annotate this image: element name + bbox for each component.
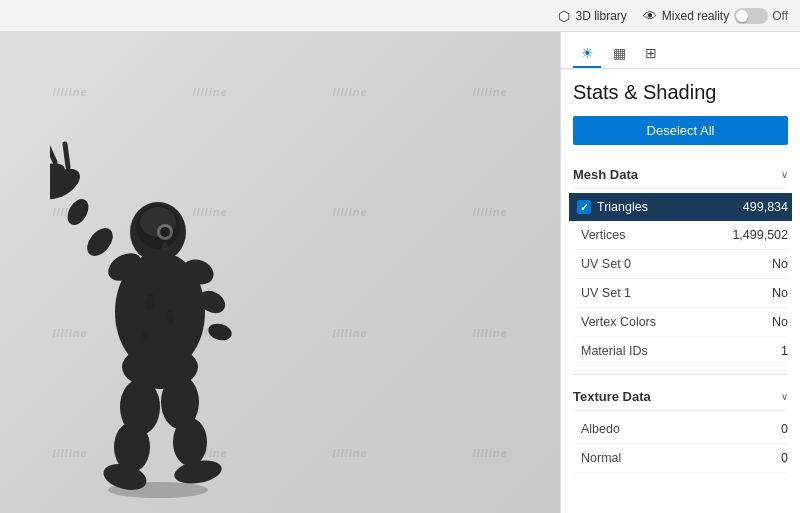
table-row: Triangles 499,834: [569, 193, 792, 221]
toggle-track[interactable]: [734, 8, 768, 24]
texture-data-header[interactable]: Texture Data ∨: [573, 383, 788, 411]
svg-point-28: [108, 482, 208, 498]
texture-data-label: Texture Data: [573, 389, 651, 404]
mesh-data-header[interactable]: Mesh Data ∨: [573, 161, 788, 189]
triangles-checkbox[interactable]: [577, 200, 591, 214]
texture-data-chevron: ∨: [781, 391, 788, 402]
mixed-reality-icon: 👁: [643, 8, 657, 24]
table-row: UV Set 0 No: [573, 250, 788, 279]
material-ids-label: Material IDs: [581, 344, 648, 358]
watermark-4: lllline: [420, 32, 560, 152]
material-ids-value: 1: [781, 344, 788, 358]
tab-grid-small[interactable]: ▦: [605, 40, 633, 68]
svg-point-5: [160, 227, 170, 237]
svg-point-7: [82, 223, 118, 260]
viewport[interactable]: lllline lllline lllline lllline lllline …: [0, 32, 560, 513]
toggle-thumb: [736, 10, 748, 22]
triangles-label: Triangles: [577, 200, 648, 214]
albedo-value: 0: [781, 422, 788, 436]
3d-model: [50, 72, 290, 492]
sun-icon: ☀: [581, 45, 594, 61]
mesh-data-chevron: ∨: [781, 169, 788, 180]
toggle-switch[interactable]: Off: [734, 8, 788, 24]
albedo-label: Albedo: [581, 422, 620, 436]
watermark-8: lllline: [420, 152, 560, 272]
triangles-value: 499,834: [743, 200, 788, 214]
right-panel: ☀ ▦ ⊞ Stats & Shading Deselect All Mesh …: [560, 32, 800, 513]
table-row: Material IDs 1: [573, 337, 788, 366]
toggle-off-label: Off: [772, 9, 788, 23]
table-row: Normal 0: [573, 444, 788, 473]
svg-point-16: [206, 321, 233, 343]
grid-large-icon: ⊞: [645, 45, 657, 61]
uv-set-0-label: UV Set 0: [581, 257, 631, 271]
watermark-16: lllline: [420, 393, 560, 513]
uv-set-1-value: No: [772, 286, 788, 300]
svg-line-12: [50, 140, 55, 162]
mixed-reality-label: Mixed reality: [662, 9, 729, 23]
uv-set-0-value: No: [772, 257, 788, 271]
topbar: ⬡ 3D library 👁 Mixed reality Off: [0, 0, 800, 32]
deselect-all-button[interactable]: Deselect All: [573, 116, 788, 145]
mixed-reality-toggle[interactable]: 👁 Mixed reality Off: [643, 8, 788, 24]
svg-line-13: [65, 144, 68, 167]
watermark-11: lllline: [280, 273, 420, 393]
panel-title: Stats & Shading: [573, 81, 788, 104]
mesh-data-label: Mesh Data: [573, 167, 638, 182]
watermark-12: lllline: [420, 273, 560, 393]
3d-library-label: 3D library: [575, 9, 626, 23]
uv-set-1-label: UV Set 1: [581, 286, 631, 300]
watermark-15: lllline: [280, 393, 420, 513]
vertex-colors-label: Vertex Colors: [581, 315, 656, 329]
table-row: UV Set 1 No: [573, 279, 788, 308]
vertex-colors-value: No: [772, 315, 788, 329]
vertices-value: 1,499,502: [732, 228, 788, 242]
tab-sun[interactable]: ☀: [573, 40, 601, 68]
normal-label: Normal: [581, 451, 621, 465]
svg-point-27: [162, 242, 168, 252]
table-row: Albedo 0: [573, 415, 788, 444]
grid-small-icon: ▦: [613, 45, 626, 61]
3d-library-button[interactable]: ⬡ 3D library: [558, 8, 626, 24]
normal-value: 0: [781, 451, 788, 465]
panel-content: Stats & Shading Deselect All Mesh Data ∨…: [561, 69, 800, 485]
watermark-3: lllline: [280, 32, 420, 152]
section-divider: [573, 374, 788, 375]
main-area: lllline lllline lllline lllline lllline …: [0, 32, 800, 513]
table-row: Vertex Colors No: [573, 308, 788, 337]
table-row: Vertices 1,499,502: [573, 221, 788, 250]
svg-point-8: [63, 195, 93, 228]
tab-grid-large[interactable]: ⊞: [637, 40, 665, 68]
vertices-label: Vertices: [581, 228, 625, 242]
panel-tabs: ☀ ▦ ⊞: [561, 32, 800, 69]
svg-point-22: [173, 418, 207, 466]
3d-library-icon: ⬡: [558, 8, 570, 24]
watermark-7: lllline: [280, 152, 420, 272]
